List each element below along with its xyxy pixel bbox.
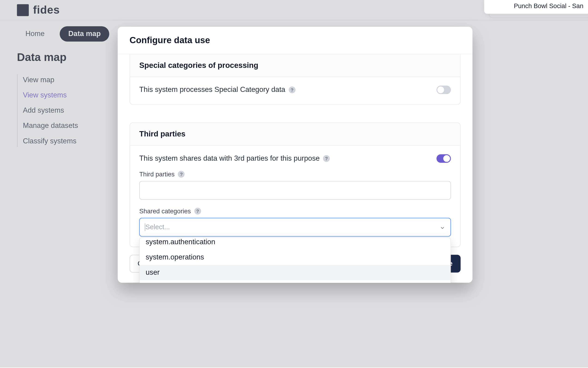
logo-icon — [17, 4, 29, 16]
side-nav: View map View systems Add systems Manage… — [17, 74, 106, 147]
sidebar-item-view-systems[interactable]: View systems — [23, 89, 106, 101]
tab-data-map[interactable]: Data map — [60, 26, 109, 42]
dropdown-option[interactable]: system.authentication — [140, 237, 451, 249]
special-toggle-text: This system processes Special Category d… — [139, 86, 285, 94]
brand-name: fides — [33, 3, 60, 17]
configure-data-use-modal: Configure data use Special categories of… — [118, 27, 473, 283]
special-section-title: Special categories of processing — [130, 54, 460, 77]
modal-header: Configure data use — [118, 27, 473, 54]
tab-home[interactable]: Home — [17, 26, 53, 42]
dropdown-option[interactable]: system.operations — [140, 249, 451, 265]
help-icon[interactable]: ? — [323, 155, 330, 162]
shared-categories-label-text: Shared categories — [139, 207, 191, 214]
special-toggle-label: This system processes Special Category d… — [139, 86, 295, 94]
dropdown-option[interactable]: user.biometric — [140, 280, 451, 283]
third-parties-toggle[interactable] — [437, 154, 451, 163]
page-title: Data map — [17, 51, 106, 64]
third-parties-input[interactable] — [139, 181, 451, 200]
external-tab[interactable]: Punch Bowl Social - San — [484, 0, 588, 14]
chevron-down-icon — [440, 225, 445, 230]
help-icon[interactable]: ? — [194, 208, 201, 214]
special-toggle[interactable] — [437, 86, 451, 94]
help-icon[interactable]: ? — [289, 87, 295, 93]
shared-categories-dropdown[interactable]: system.authenticationsystem.operationsus… — [139, 237, 451, 283]
sidebar-item-view-map[interactable]: View map — [23, 74, 106, 86]
third-parties-field-label: Third parties ? — [139, 170, 451, 177]
sidebar-item-classify-systems[interactable]: Classify systems — [23, 135, 106, 147]
modal-title: Configure data use — [130, 35, 461, 45]
third-parties-toggle-label: This system shares data with 3rd parties… — [139, 154, 330, 163]
shared-categories-placeholder: Select... — [146, 223, 170, 231]
third-parties-toggle-text: This system shares data with 3rd parties… — [139, 154, 320, 163]
help-icon[interactable]: ? — [178, 171, 185, 177]
third-parties-label-text: Third parties — [139, 170, 175, 177]
dropdown-option[interactable]: user — [140, 265, 451, 280]
shared-categories-select[interactable]: Select... — [139, 218, 451, 237]
shared-categories-field-label: Shared categories ? — [139, 207, 451, 214]
special-categories-card: Special categories of processing This sy… — [130, 54, 461, 105]
third-parties-card: Third parties This system shares data wi… — [130, 123, 461, 247]
sidebar-item-manage-datasets[interactable]: Manage datasets — [23, 120, 106, 132]
sidebar-item-add-systems[interactable]: Add systems — [23, 105, 106, 116]
third-parties-section-title: Third parties — [130, 123, 460, 146]
